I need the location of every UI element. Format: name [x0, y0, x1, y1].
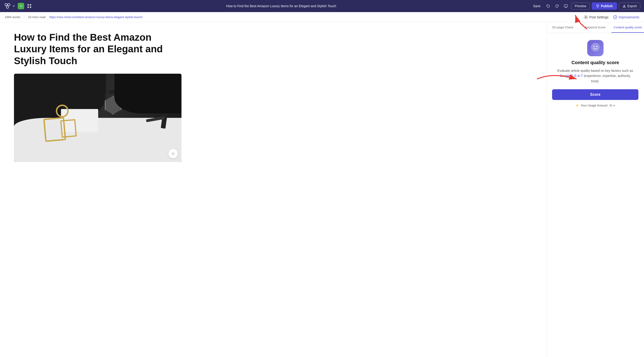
svg-rect-7: [564, 5, 568, 7]
score-description: Evaluate article quality based on key fa…: [556, 68, 635, 84]
post-settings-button[interactable]: Post Settings: [584, 15, 609, 19]
main-layout: How to Find the Best Amazon Luxury Items…: [0, 22, 644, 357]
usage-info: ⚡ Your Usage Amount: 0/ ∞: [575, 104, 615, 107]
editor-area[interactable]: How to Find the Best Amazon Luxury Items…: [0, 22, 546, 357]
nav-actions: Save Preview Publi: [531, 2, 640, 10]
score-icon: [591, 42, 600, 54]
document-title: How to Find the Best Amazon Luxury Items…: [34, 4, 528, 8]
top-navigation: + How to Find the Best Amazon Luxury Ite…: [0, 0, 644, 12]
redo-button[interactable]: [554, 2, 560, 9]
score-icon-wrapper: [587, 40, 604, 56]
dropdown-arrow-icon[interactable]: [12, 4, 15, 8]
svg-point-1: [8, 3, 10, 6]
right-panel: On-page Check Keyword Score Content qual…: [546, 22, 644, 357]
improvements-icon: [613, 15, 617, 19]
score-description-text2: (experience, expertise, authority, trust…: [583, 74, 631, 83]
article-url[interactable]: https://nex-mind.com/best-amazon-luxury-…: [49, 15, 142, 19]
panel-tabs: On-page Check Keyword Score Content qual…: [546, 22, 644, 33]
svg-point-8: [585, 16, 586, 18]
svg-rect-4: [30, 4, 31, 5]
svg-rect-3: [28, 4, 29, 5]
article-title: How to Find the Best Amazon Luxury Items…: [14, 32, 177, 67]
publish-button[interactable]: Publish: [592, 2, 617, 10]
sub-header-right: Post Settings Improvements: [584, 15, 639, 19]
usage-emoji: ⚡: [575, 104, 579, 107]
image-decoration: [14, 74, 182, 162]
usage-label: Your Usage Amount:: [580, 104, 608, 107]
svg-point-12: [596, 46, 597, 47]
score-title: Content quality score: [572, 60, 619, 65]
star-button[interactable]: ☆: [168, 149, 178, 158]
svg-point-0: [5, 3, 7, 6]
word-count: 1994 words: [5, 15, 20, 19]
export-button[interactable]: Export: [619, 2, 640, 9]
divider: [24, 15, 24, 19]
improvements-button[interactable]: Improvements: [613, 15, 639, 19]
google-eat-link[interactable]: Google E-E-A-T: [560, 74, 583, 78]
score-button[interactable]: Score: [552, 89, 638, 100]
quality-score-icon: [591, 42, 600, 52]
score-description-text: Evaluate article quality based on key fa…: [558, 69, 633, 72]
tab-onpage[interactable]: On-page Check: [546, 22, 579, 33]
image-placeholder: [14, 74, 182, 162]
device-toggle-button[interactable]: [562, 2, 569, 9]
undo-button[interactable]: [545, 2, 552, 9]
logo-icon: [4, 2, 11, 10]
read-time: 10 mins read: [28, 15, 45, 19]
panel-content: Content quality score Evaluate article q…: [546, 33, 644, 357]
article-image: ☆: [14, 74, 182, 162]
add-button[interactable]: +: [18, 3, 24, 9]
svg-rect-5: [28, 6, 29, 8]
export-icon: [622, 4, 626, 8]
svg-rect-6: [30, 6, 31, 8]
sub-header: 1994 words 10 mins read https://nex-mind…: [0, 12, 644, 22]
preview-button[interactable]: Preview: [571, 2, 590, 9]
settings-icon: [584, 15, 588, 19]
publish-icon: [596, 4, 600, 8]
svg-point-10: [591, 43, 600, 51]
tab-keyword-score[interactable]: Keyword Score: [579, 22, 612, 33]
usage-value: 0/ ∞: [610, 104, 615, 107]
logo-area: [4, 2, 15, 10]
svg-point-11: [593, 46, 594, 47]
tab-content-quality[interactable]: Content quality score: [612, 22, 644, 33]
save-button[interactable]: Save: [531, 3, 543, 9]
grid-icon[interactable]: [27, 4, 32, 8]
svg-point-2: [6, 6, 8, 8]
